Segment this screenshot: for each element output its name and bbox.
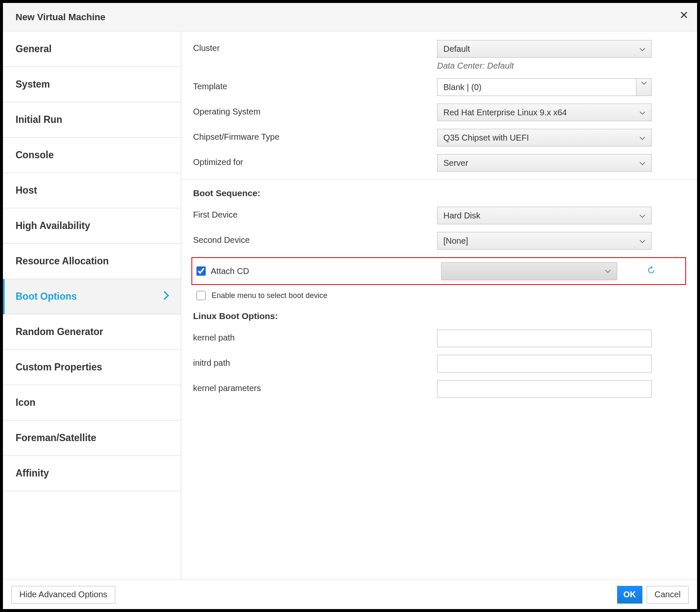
sidebar-item-affinity[interactable]: Affinity	[3, 456, 181, 491]
sidebar-item-custom-properties[interactable]: Custom Properties	[3, 350, 181, 385]
divider	[181, 179, 697, 180]
sidebar-item-system[interactable]: System	[3, 67, 181, 102]
dialog-body: General System Initial Run Console Host …	[3, 32, 697, 580]
sidebar-item-boot-options[interactable]: Boot Options	[3, 279, 181, 314]
second-device-value: [None]	[443, 236, 468, 246]
attach-cd-select[interactable]	[441, 262, 617, 280]
sidebar-item-label: Foreman/Satellite	[16, 432, 96, 444]
second-device-select[interactable]: [None]	[437, 232, 652, 250]
sidebar-item-host[interactable]: Host	[3, 173, 181, 208]
sidebar-item-label: Custom Properties	[16, 362, 102, 373]
chipset-select-value: Q35 Chipset with UEFI	[443, 133, 529, 143]
boot-sequence-title: Boot Sequence:	[193, 188, 685, 198]
chevron-right-icon	[163, 291, 169, 303]
chipset-select[interactable]: Q35 Chipset with UEFI	[437, 129, 652, 146]
sidebar-item-console[interactable]: Console	[3, 138, 181, 173]
cluster-select-value: Default	[443, 44, 470, 54]
cancel-button[interactable]: Cancel	[647, 586, 689, 604]
sidebar-item-general[interactable]: General	[3, 32, 181, 67]
new-vm-dialog: New Virtual Machine ✕ General System Ini…	[3, 3, 697, 609]
kernel-path-label: kernel path	[193, 330, 437, 343]
sidebar-item-label: Icon	[16, 397, 35, 408]
sidebar-item-random-generator[interactable]: Random Generator	[3, 314, 181, 350]
chevron-down-icon	[641, 77, 647, 87]
linux-boot-title: Linux Boot Options:	[193, 311, 685, 321]
sidebar-item-label: High Availability	[16, 220, 90, 231]
attach-cd-highlight: Attach CD	[191, 257, 686, 285]
second-device-label: Second Device	[193, 232, 437, 245]
os-select-value: Red Hat Enterprise Linux 9.x x64	[443, 108, 567, 117]
sidebar-item-label: Resource Allocation	[16, 255, 109, 267]
sidebar-item-foreman-satellite[interactable]: Foreman/Satellite	[3, 420, 181, 456]
close-icon[interactable]: ✕	[679, 9, 689, 22]
kernel-path-input[interactable]	[437, 330, 652, 347]
optimized-select-value: Server	[443, 158, 468, 168]
sidebar-item-label: Console	[16, 149, 54, 161]
cluster-label: Cluster	[193, 40, 437, 53]
cluster-select[interactable]: Default	[437, 40, 652, 58]
sidebar: General System Initial Run Console Host …	[3, 32, 181, 580]
first-device-value: Hard Disk	[443, 211, 480, 221]
os-select[interactable]: Red Hat Enterprise Linux 9.x x64	[437, 104, 652, 121]
sidebar-item-label: Random Generator	[16, 326, 103, 338]
chevron-down-icon	[639, 236, 645, 246]
sidebar-item-high-availability[interactable]: High Availability	[3, 208, 181, 244]
sidebar-item-label: Affinity	[16, 468, 49, 479]
data-center-subtext: Data Center: Default	[437, 61, 652, 71]
template-split-button[interactable]	[636, 79, 651, 96]
optimized-select[interactable]: Server	[437, 154, 652, 172]
chipset-label: Chipset/Firmware Type	[193, 129, 437, 142]
sidebar-item-icon[interactable]: Icon	[3, 385, 181, 420]
chevron-down-icon	[639, 44, 645, 54]
sidebar-item-resource-allocation[interactable]: Resource Allocation	[3, 244, 181, 279]
os-label: Operating System	[193, 104, 437, 117]
kernel-params-input[interactable]	[437, 380, 652, 398]
initrd-path-label: initrd path	[193, 355, 437, 368]
template-label: Template	[193, 78, 437, 91]
hide-advanced-button[interactable]: Hide Advanced Options	[11, 586, 115, 604]
sidebar-item-label: General	[16, 43, 52, 55]
sidebar-item-initial-run[interactable]: Initial Run	[3, 102, 181, 138]
chevron-down-icon	[639, 211, 645, 221]
content-pane: Cluster Default Data Center: Default Tem…	[181, 32, 697, 580]
chevron-down-icon	[639, 108, 645, 117]
chevron-down-icon	[639, 158, 645, 168]
optimized-label: Optimized for	[193, 154, 437, 167]
sidebar-item-label: System	[16, 79, 50, 90]
enable-boot-menu-label: Enable menu to select boot device	[212, 291, 327, 300]
dialog-title: New Virtual Machine	[16, 12, 106, 23]
template-select[interactable]: Blank | (0)	[437, 78, 652, 96]
chevron-down-icon	[605, 267, 611, 276]
dialog-footer: Hide Advanced Options OK Cancel	[3, 580, 697, 609]
kernel-params-label: kernel parameters	[193, 380, 437, 393]
chevron-down-icon	[639, 133, 645, 143]
enable-boot-menu-checkbox[interactable]	[196, 291, 206, 300]
attach-cd-checkbox[interactable]	[196, 266, 206, 276]
first-device-select[interactable]: Hard Disk	[437, 207, 652, 224]
attach-cd-label: Attach CD	[211, 266, 441, 276]
ok-button[interactable]: OK	[617, 586, 642, 604]
first-device-label: First Device	[193, 207, 437, 220]
template-select-value: Blank | (0)	[443, 82, 482, 92]
sidebar-item-label: Host	[16, 185, 37, 196]
dialog-header: New Virtual Machine ✕	[3, 3, 697, 32]
sidebar-item-label: Initial Run	[16, 114, 62, 125]
refresh-icon[interactable]	[647, 266, 656, 277]
sidebar-item-label: Boot Options	[16, 291, 77, 302]
